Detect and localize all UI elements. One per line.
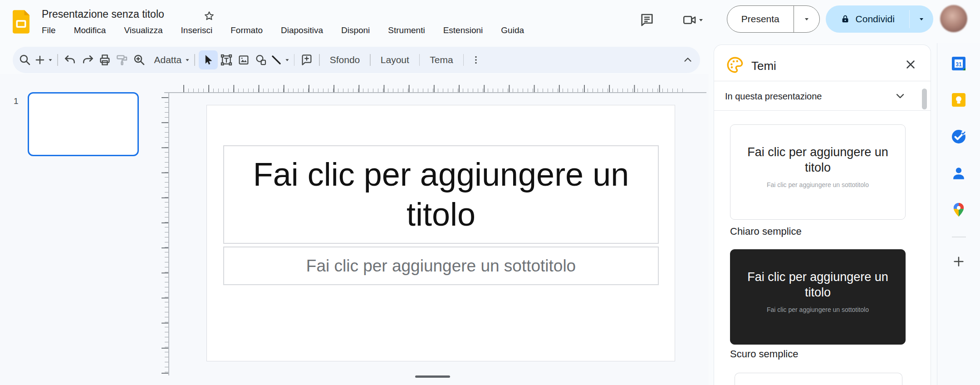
toolbar-divider (57, 54, 58, 66)
chevron-down-icon (803, 15, 810, 23)
layout-label: Layout (374, 54, 416, 65)
section-collapse-button[interactable] (894, 89, 906, 102)
background-label: Sfondo (323, 54, 367, 65)
google-calendar-icon: 31 (951, 55, 967, 72)
get-addons-button[interactable] (950, 253, 967, 270)
calendar-button[interactable]: 31 (950, 55, 967, 72)
account-avatar[interactable] (940, 5, 967, 32)
keep-button[interactable] (950, 91, 967, 109)
in-this-presentation-label[interactable]: In questa presentazione (725, 91, 822, 102)
theme-card-subtitle: Fai clic per aggiungere un sottotitolo (767, 306, 869, 313)
hide-menus-button[interactable] (679, 50, 696, 69)
tasks-button[interactable] (950, 128, 967, 145)
menu-file[interactable]: File (42, 25, 56, 35)
chevron-down-icon (284, 57, 290, 63)
title-placeholder[interactable]: Fai clic per aggiungere un titolo (223, 145, 659, 244)
layout-button[interactable]: Layout (374, 50, 416, 69)
google-tasks-icon (951, 128, 967, 145)
zoom-button[interactable] (131, 50, 148, 69)
menu-estensioni[interactable]: Estensioni (443, 25, 483, 35)
comment-icon (639, 12, 655, 28)
menu-formato[interactable]: Formato (230, 25, 263, 35)
menu-modifica[interactable]: Modifica (74, 25, 106, 35)
zoom-fit-select[interactable]: Adatta (148, 50, 191, 69)
theme-card-title: Fai clic per aggiungere un titolo (743, 145, 893, 176)
toolbar-divider (419, 54, 420, 66)
close-panel-button[interactable] (904, 58, 917, 71)
toolbar-divider (319, 54, 320, 66)
undo-button[interactable] (62, 50, 79, 69)
toolbar: Adatta (13, 47, 700, 73)
toolbar-divider (294, 54, 295, 66)
star-icon[interactable] (203, 10, 216, 23)
present-button-group: Presenta (727, 5, 820, 33)
video-camera-icon (682, 12, 697, 28)
slide-thumbnail[interactable] (28, 92, 139, 156)
chevron-down-icon (697, 16, 705, 24)
theme-card-partial[interactable] (735, 373, 902, 385)
menu-guida[interactable]: Guida (501, 25, 524, 35)
google-contacts-icon (951, 166, 966, 181)
open-comments-button[interactable] (637, 10, 657, 30)
insert-line-button[interactable] (270, 50, 290, 69)
line-icon (270, 53, 283, 67)
present-options-button[interactable] (794, 6, 819, 32)
subtitle-placeholder[interactable]: Fai clic per aggiungere un sottotitolo (223, 247, 659, 285)
print-button[interactable] (96, 50, 113, 69)
menu-strumenti[interactable]: Strumenti (388, 25, 425, 35)
theme-name-light: Chiaro semplice (730, 226, 802, 237)
theme-card-dark[interactable]: Fai clic per aggiungere un titolo Fai cl… (730, 249, 906, 345)
menu-diapositiva[interactable]: Diapositiva (281, 25, 323, 35)
themes-panel-title: Temi (751, 59, 776, 73)
menu-inserisci[interactable]: Inserisci (181, 25, 213, 35)
slides-logo-icon[interactable] (13, 10, 29, 34)
title-placeholder-text: Fai clic per aggiungere un titolo (224, 155, 658, 235)
google-maps-icon (951, 202, 966, 217)
insert-comment-button[interactable] (298, 50, 315, 69)
chevron-down-icon (184, 57, 191, 63)
present-label: Presenta (741, 14, 779, 25)
print-icon (98, 53, 112, 67)
slide-canvas[interactable]: Fai clic per aggiungere un titolo Fai cl… (206, 105, 675, 361)
vertical-ruler-line (168, 92, 169, 375)
zoom-in-icon (132, 53, 146, 67)
more-tools-button[interactable] (467, 50, 485, 69)
share-button[interactable]: Condividi (826, 5, 909, 33)
theme-button[interactable]: Tema (423, 50, 459, 69)
redo-button[interactable] (79, 50, 96, 69)
share-label: Condividi (856, 14, 895, 25)
text-box-icon (220, 53, 233, 67)
themes-panel: Temi In questa presentazione Fai clic pe… (714, 44, 931, 385)
undo-icon (64, 53, 77, 67)
theme-card-light[interactable]: Fai clic per aggiungere un titolo Fai cl… (730, 124, 906, 220)
paint-format-button[interactable] (113, 50, 131, 69)
plus-icon (34, 54, 46, 66)
speaker-notes-resize-handle[interactable] (415, 375, 450, 378)
theme-card-subtitle: Fai clic per aggiungere un sottotitolo (767, 181, 869, 188)
google-slides-app: Presentazione senza titolo File Modifica… (0, 0, 980, 385)
theme-name-dark: Scuro semplice (730, 348, 798, 360)
menu-disponi[interactable]: Disponi (341, 25, 370, 35)
insert-image-button[interactable] (235, 50, 252, 69)
panel-divider (714, 110, 931, 111)
join-call-button[interactable] (679, 11, 708, 29)
toolbar-divider (370, 54, 371, 66)
menu-visualizza[interactable]: Visualizza (124, 25, 162, 35)
insert-shape-button[interactable] (252, 50, 270, 69)
select-tool-button[interactable] (199, 50, 218, 69)
present-button[interactable]: Presenta (727, 6, 794, 32)
panel-scrollbar[interactable] (922, 89, 927, 109)
menu-bar: File Modifica Visualizza Inserisci Forma… (42, 25, 524, 35)
new-slide-button[interactable] (34, 50, 54, 69)
chevron-down-icon (894, 89, 906, 102)
share-options-button[interactable] (910, 5, 933, 33)
document-title[interactable]: Presentazione senza titolo (42, 8, 164, 20)
more-vertical-icon (470, 54, 482, 66)
text-box-button[interactable] (218, 50, 235, 69)
rail-divider (952, 237, 966, 237)
maps-button[interactable] (950, 201, 967, 218)
background-button[interactable]: Sfondo (323, 50, 367, 69)
search-menus-button[interactable] (16, 50, 34, 69)
theme-card-title: Fai clic per aggiungere un titolo (743, 270, 893, 301)
contacts-button[interactable] (950, 165, 967, 182)
